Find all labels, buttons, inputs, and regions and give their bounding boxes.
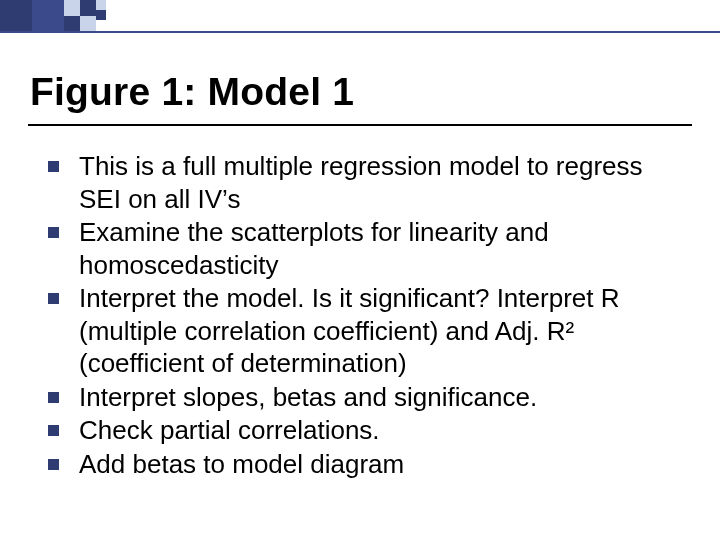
list-item: This is a full multiple regression model… (48, 150, 686, 215)
bullet-icon (48, 459, 59, 470)
list-item-text: Interpret slopes, betas and significance… (79, 381, 537, 414)
list-item: Add betas to model diagram (48, 448, 686, 481)
list-item-text: This is a full multiple regression model… (79, 150, 686, 215)
slide-decoration (0, 0, 720, 32)
slide-title: Figure 1: Model 1 (30, 70, 354, 114)
list-item: Examine the scatterplots for linearity a… (48, 216, 686, 281)
bullet-list: This is a full multiple regression model… (48, 150, 686, 481)
bullet-icon (48, 161, 59, 172)
list-item-text: Add betas to model diagram (79, 448, 404, 481)
bullet-icon (48, 227, 59, 238)
list-item-text: Examine the scatterplots for linearity a… (79, 216, 686, 281)
bullet-icon (48, 293, 59, 304)
list-item: Interpret slopes, betas and significance… (48, 381, 686, 414)
title-underline (28, 124, 692, 126)
list-item: Check partial correlations. (48, 414, 686, 447)
bullet-icon (48, 425, 59, 436)
list-item: Interpret the model. Is it significant? … (48, 282, 686, 380)
list-item-text: Check partial correlations. (79, 414, 380, 447)
bullet-icon (48, 392, 59, 403)
list-item-text: Interpret the model. Is it significant? … (79, 282, 686, 380)
